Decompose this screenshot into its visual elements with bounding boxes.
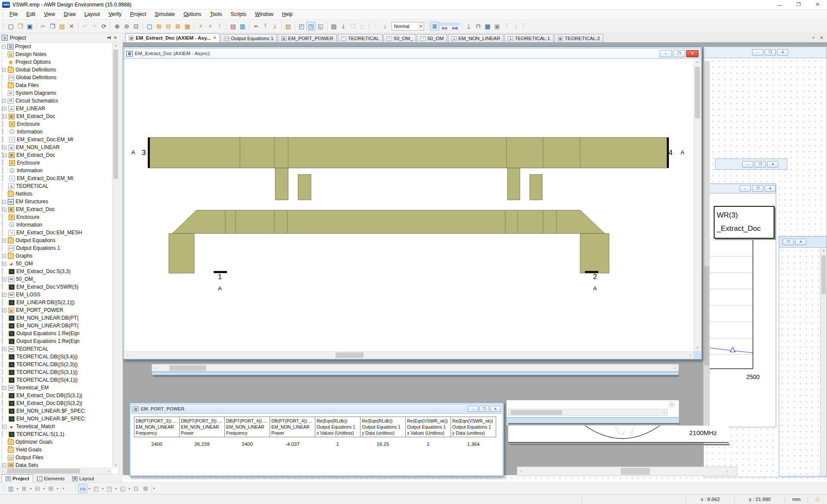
tree-expander-icon[interactable] [2, 45, 6, 49]
toolbar-view-layout-icon[interactable]: ◳ [306, 22, 316, 31]
toolbar-shape-mirror-icon[interactable]: ◱ [118, 484, 127, 493]
document-tab[interactable]: EM_NON_LINEAR [448, 34, 504, 42]
tree-item[interactable]: EM_LINEAR [0, 105, 112, 112]
toolbar-group-shapes-icon[interactable]: ⊡ [131, 484, 141, 493]
toolbar-cut-icon[interactable]: ✂ [38, 22, 48, 31]
tree-item[interactable]: Circuit Schematics [0, 97, 112, 105]
tree-item[interactable]: EM_NON_LINEAR:DB(PT( [0, 322, 112, 330]
toolbar-dd[interactable]: ▾ [42, 487, 46, 491]
toolbar-dd[interactable]: ▾ [87, 487, 91, 491]
toolbar-sub-layers-icon[interactable]: SUB [450, 22, 460, 31]
close-icon[interactable]: ✕ [490, 406, 501, 412]
tree-item[interactable]: TEORETICAL [0, 182, 112, 190]
panel-tab[interactable]: ▦ Layout [68, 474, 98, 483]
tree-expander-icon[interactable] [3, 347, 6, 351]
toolbar-clear-page-icon[interactable]: ◻ [358, 22, 367, 31]
toolbar-analyze-all-icon[interactable]: ⚡ [205, 22, 215, 31]
toolbar-move-down-icon[interactable]: ↓ [380, 22, 390, 31]
scrollbar-thumb[interactable] [510, 410, 562, 415]
toolbar-move-up-icon[interactable]: ↑ [371, 22, 380, 31]
panel-close-icon[interactable]: ✕ [114, 35, 117, 40]
toolbar-shape-subtract-icon[interactable]: ◳ [105, 484, 114, 493]
background-window-titlebar[interactable]: – ❐ ✕ [704, 47, 827, 58]
tree-item[interactable]: TEORETICAL [0, 345, 112, 353]
toolbar-delete-icon[interactable]: ✕ [67, 22, 76, 31]
toolbar-stop-simulation-icon[interactable]: ‖ [215, 22, 224, 31]
maximize-icon[interactable]: ❐ [755, 161, 766, 168]
tree-item[interactable]: Output Equations 1:Re(Eqn [0, 337, 112, 345]
toolbar-select-rectangle-icon[interactable]: ▭ [78, 484, 87, 493]
tree-expander-icon[interactable] [2, 464, 6, 467]
toolbar-distribute-shapes-icon[interactable]: ≣ [19, 484, 29, 493]
toolbar-tune-icon[interactable]: ▨ [283, 22, 293, 31]
maximize-icon[interactable]: ❐ [479, 406, 489, 412]
scroll-up-icon[interactable]: ˄ [694, 59, 701, 65]
tree-item[interactable]: Data Files [0, 81, 112, 89]
tree-item[interactable]: Output Equations [0, 236, 112, 244]
tree-item[interactable]: Teoretical_EM [0, 384, 112, 392]
scrollbar-thumb[interactable] [169, 365, 206, 371]
document-tab[interactable]: TEORETICAL [338, 34, 382, 42]
background-window-scrollbar[interactable]: ‹ › [152, 364, 679, 377]
tree-item[interactable]: EM_Extract_Doc:EM_MI [0, 136, 112, 143]
toolbar-grip[interactable] [522, 23, 525, 30]
tree-item[interactable]: Project Options [0, 58, 112, 66]
tree-item[interactable]: Output Equations 1:Re(Eqn [0, 330, 112, 337]
combo-dropdown-icon[interactable]: ▾ [418, 22, 424, 30]
toolbar-import-data-icon[interactable]: ⤒ [261, 22, 270, 31]
scrollbar-thumb[interactable] [695, 67, 700, 118]
toolbar-shape-union-icon[interactable]: ◰ [91, 484, 101, 493]
close-icon[interactable]: ✕ [777, 49, 788, 56]
toolbar-paste-icon[interactable]: ▤ [57, 22, 67, 31]
tree-expander-icon[interactable] [3, 153, 7, 157]
maximize-icon[interactable]: ❐ [783, 239, 794, 245]
toolbar-add-em-structure-icon[interactable]: ⊠ [173, 22, 183, 31]
em-layout-window[interactable]: ▦ EM_Extract_Doc (AXIEM - Async) – ❐ ✕ [123, 47, 702, 360]
panel-tab[interactable]: ⊥ Elements [33, 474, 68, 483]
menu-item[interactable]: Options [179, 10, 205, 19]
scroll-left-icon[interactable]: ‹ [124, 352, 131, 358]
document-tab[interactable]: EM_PORT_POWER [278, 34, 337, 42]
minimize-icon[interactable]: – [752, 49, 763, 56]
toolbar-dd[interactable]: ▾ [127, 487, 131, 491]
menu-item[interactable]: Verify [104, 10, 126, 19]
tree-item[interactable]: 50_OM [0, 260, 112, 268]
tree-expander-icon[interactable] [2, 68, 6, 72]
toolbar-dd[interactable]: ▾ [16, 487, 19, 491]
toolbar-ele-layers-icon[interactable]: ELE [439, 22, 450, 31]
scroll-down-icon[interactable]: ˅ [668, 401, 675, 408]
scroll-left-icon[interactable]: ‹ [152, 365, 159, 371]
minimize-icon[interactable]: – [742, 161, 753, 168]
toolbar-add-system-diagram-icon[interactable]: ⊟ [164, 22, 173, 31]
toolbar-add-port-icon[interactable]: ⊥ [464, 22, 473, 31]
tree-item[interactable]: EM_NON_LINEAR.$F_SPEC: [0, 415, 112, 423]
toolbar-refresh-icon[interactable]: ⟳ [99, 22, 109, 31]
toolbar-over[interactable]: ▾ [152, 484, 156, 493]
scroll-down-icon[interactable]: ˅ [112, 462, 119, 468]
tree-item[interactable]: Design Notes [0, 50, 112, 58]
document-tab[interactable]: TEORETICAL:2 [554, 34, 603, 42]
menu-item[interactable]: View [40, 10, 59, 19]
toolbar-add-pin-icon[interactable]: ▣ [492, 22, 502, 31]
close-document-icon[interactable]: ✕ [818, 34, 825, 41]
menu-item[interactable]: Window [251, 10, 278, 19]
toolbar-zoom-fit-icon[interactable]: ⊡ [131, 22, 141, 31]
toolbar-copy-icon[interactable]: ❐ [48, 22, 57, 31]
tree-expander-icon[interactable] [3, 425, 6, 429]
tree-item[interactable]: EM_Extract_Doc:EM_MI [0, 174, 112, 182]
toolbar-dd[interactable]: ▾ [114, 487, 118, 491]
tree-item[interactable]: EM_NON_LINEAR:DB(PT( [0, 314, 112, 322]
tree-item[interactable]: Information [0, 128, 112, 136]
scrollbar-thumb[interactable] [336, 352, 364, 358]
tree-item[interactable]: Enclosure [0, 159, 112, 167]
vswr-graph-window[interactable]: – ❐ ✕ WR(3) _Extract_Doc 2500 [707, 184, 776, 427]
scrollbar-thumb[interactable] [621, 468, 650, 475]
maximize-icon[interactable]: ❐ [765, 49, 776, 56]
toolbar-add-graph-icon[interactable]: ▦ [183, 22, 192, 31]
em-layout-canvas[interactable]: A 3 4 A 1 A 2 A ˄ ˅ [124, 59, 701, 351]
background-window-titlebar-fragment[interactable]: – ❐ ✕ [715, 159, 787, 170]
scroll-right-icon[interactable]: › [106, 468, 112, 474]
table-window-titlebar[interactable]: ▦ EM_PORT_POWER – ❐ ✕ [131, 404, 502, 414]
toolbar-dd[interactable]: ▾ [101, 487, 105, 491]
toolbar-new-window-icon[interactable]: ▢ [145, 22, 154, 31]
